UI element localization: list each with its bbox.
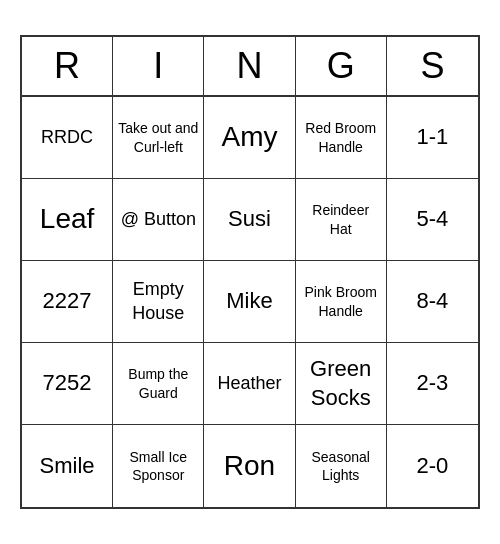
cell-text-16: Bump the Guard: [117, 365, 199, 401]
cell-text-4: 1-1: [416, 123, 448, 152]
cell-text-18: Green Socks: [300, 355, 382, 412]
bingo-card: RINGS RRDCTake out and Curl-leftAmyRed B…: [20, 35, 480, 509]
cell-text-17: Heather: [217, 372, 281, 395]
cell-15: 7252: [22, 343, 113, 425]
cell-20: Smile: [22, 425, 113, 507]
cell-text-12: Mike: [226, 287, 272, 316]
header-letter-n: N: [204, 37, 295, 95]
cell-17: Heather: [204, 343, 295, 425]
cell-text-20: Smile: [40, 452, 95, 481]
cell-11: Empty House: [113, 261, 204, 343]
cell-text-19: 2-3: [416, 369, 448, 398]
cell-text-7: Susi: [228, 205, 271, 234]
cell-21: Small Ice Sponsor: [113, 425, 204, 507]
cell-7: Susi: [204, 179, 295, 261]
cell-8: Reindeer Hat: [296, 179, 387, 261]
cell-4: 1-1: [387, 97, 478, 179]
cell-16: Bump the Guard: [113, 343, 204, 425]
cell-text-11: Empty House: [117, 278, 199, 325]
cell-text-24: 2-0: [416, 452, 448, 481]
cell-text-15: 7252: [43, 369, 92, 398]
cell-13: Pink Broom Handle: [296, 261, 387, 343]
cell-23: Seasonal Lights: [296, 425, 387, 507]
cell-19: 2-3: [387, 343, 478, 425]
header-row: RINGS: [22, 37, 478, 97]
header-letter-s: S: [387, 37, 478, 95]
cell-text-13: Pink Broom Handle: [300, 283, 382, 319]
cell-text-6: @ Button: [121, 208, 196, 231]
cell-text-1: Take out and Curl-left: [117, 119, 199, 155]
cell-1: Take out and Curl-left: [113, 97, 204, 179]
cell-text-8: Reindeer Hat: [300, 201, 382, 237]
cell-text-10: 2227: [43, 287, 92, 316]
cell-22: Ron: [204, 425, 295, 507]
header-letter-i: I: [113, 37, 204, 95]
cell-text-2: Amy: [221, 119, 277, 155]
cell-18: Green Socks: [296, 343, 387, 425]
cell-text-3: Red Broom Handle: [300, 119, 382, 155]
cell-0: RRDC: [22, 97, 113, 179]
bingo-grid: RRDCTake out and Curl-leftAmyRed Broom H…: [22, 97, 478, 507]
header-letter-g: G: [296, 37, 387, 95]
cell-text-22: Ron: [224, 448, 275, 484]
cell-5: Leaf: [22, 179, 113, 261]
cell-text-14: 8-4: [416, 287, 448, 316]
cell-9: 5-4: [387, 179, 478, 261]
cell-text-0: RRDC: [41, 126, 93, 149]
cell-text-9: 5-4: [416, 205, 448, 234]
cell-10: 2227: [22, 261, 113, 343]
cell-text-21: Small Ice Sponsor: [117, 448, 199, 484]
cell-24: 2-0: [387, 425, 478, 507]
cell-text-5: Leaf: [40, 201, 95, 237]
cell-6: @ Button: [113, 179, 204, 261]
cell-text-23: Seasonal Lights: [300, 448, 382, 484]
cell-14: 8-4: [387, 261, 478, 343]
cell-12: Mike: [204, 261, 295, 343]
cell-2: Amy: [204, 97, 295, 179]
cell-3: Red Broom Handle: [296, 97, 387, 179]
header-letter-r: R: [22, 37, 113, 95]
